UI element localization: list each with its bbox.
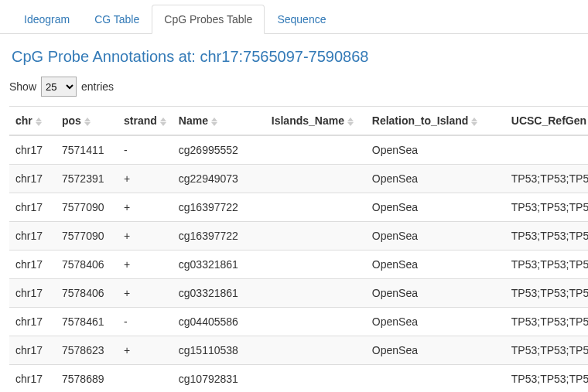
cell-pos: 7577090 (56, 193, 118, 222)
table-body: chr177571411-cg26995552OpenSeachr1775723… (9, 135, 588, 392)
cell-name: cg16397722 (173, 222, 265, 251)
cell-strand: + (118, 251, 173, 279)
col-header-pos[interactable]: pos (56, 107, 118, 136)
cell-islands (265, 365, 366, 393)
cell-relation: OpenSea (366, 165, 505, 193)
entries-label: entries (81, 80, 114, 93)
sort-icon (211, 118, 217, 126)
cell-relation: OpenSea (366, 279, 505, 308)
col-label: UCSC_RefGen (511, 114, 586, 127)
col-header-chr[interactable]: chr (9, 107, 56, 136)
cell-refgen: TP53;TP53;TP53; (505, 308, 588, 336)
tabs: IdeogramCG TableCpG Probes TableSequence (0, 0, 588, 34)
cell-strand: + (118, 193, 173, 222)
sort-icon (347, 118, 354, 126)
cell-strand (118, 365, 173, 393)
cell-name: cg22949073 (173, 165, 265, 193)
cell-chr: chr17 (9, 135, 56, 165)
tab-cpg-probes-table[interactable]: CpG Probes Table (152, 5, 265, 34)
cell-refgen: TP53;TP53;TP53; (505, 279, 588, 308)
cell-refgen: TP53;TP53;TP53; (505, 165, 588, 193)
cell-pos: 7578689 (56, 365, 118, 393)
col-label: pos (62, 114, 81, 127)
cell-chr: chr17 (9, 193, 56, 222)
cell-islands (265, 308, 366, 336)
length-control: Show 25 entries (0, 73, 588, 106)
table-row: chr177577090+cg16397722OpenSeaTP53;TP53;… (9, 222, 588, 251)
cell-strand: + (118, 222, 173, 251)
cell-strand: - (118, 135, 173, 165)
cell-relation: OpenSea (366, 193, 505, 222)
col-label: Name (179, 114, 208, 127)
col-header-strand[interactable]: strand (118, 107, 173, 136)
cell-islands (265, 165, 366, 193)
cell-pos: 7578406 (56, 251, 118, 279)
cell-refgen (505, 135, 588, 165)
cell-pos: 7578461 (56, 308, 118, 336)
col-label: Islands_Name (272, 114, 344, 127)
header-row: chrposstrandNameIslands_NameRelation_to_… (9, 107, 588, 136)
cell-relation: OpenSea (366, 308, 505, 336)
cell-name: cg15110538 (173, 336, 265, 365)
col-header-islands_name[interactable]: Islands_Name (265, 107, 366, 136)
table-row: chr177572391+cg22949073OpenSeaTP53;TP53;… (9, 165, 588, 193)
show-label: Show (9, 80, 36, 93)
table-row: chr177578406+cg03321861OpenSeaTP53;TP53;… (9, 279, 588, 308)
sort-icon (160, 118, 166, 126)
col-label: chr (15, 114, 32, 127)
col-header-ucsc_refgen[interactable]: UCSC_RefGen (505, 107, 588, 136)
cell-relation: OpenSea (366, 222, 505, 251)
cell-strand: + (118, 279, 173, 308)
cell-islands (265, 279, 366, 308)
cell-relation: OpenSea (366, 336, 505, 365)
cell-islands (265, 336, 366, 365)
cell-relation (366, 365, 505, 393)
cell-pos: 7578406 (56, 279, 118, 308)
cell-islands (265, 251, 366, 279)
sort-icon (36, 118, 42, 126)
cell-refgen: TP53;TP53;TP53; (505, 193, 588, 222)
table-row: chr177578406+cg03321861OpenSeaTP53;TP53;… (9, 251, 588, 279)
cell-strand: + (118, 165, 173, 193)
cell-relation: OpenSea (366, 135, 505, 165)
col-label: Relation_to_Island (372, 114, 468, 127)
cell-strand: - (118, 308, 173, 336)
cell-refgen: TP53;TP53;TP53; (505, 365, 588, 393)
cell-pos: 7577090 (56, 222, 118, 251)
cell-chr: chr17 (9, 336, 56, 365)
table-row: chr177578623+cg15110538OpenSeaTP53;TP53;… (9, 336, 588, 365)
cell-name: cg10792831 (173, 365, 265, 393)
sort-icon (84, 118, 91, 126)
cell-name: cg04405586 (173, 308, 265, 336)
col-label: strand (124, 114, 157, 127)
table-row: chr177578461-cg04405586OpenSeaTP53;TP53;… (9, 308, 588, 336)
cell-strand: + (118, 336, 173, 365)
cell-islands (265, 135, 366, 165)
cell-relation: OpenSea (366, 251, 505, 279)
col-header-relation_to_island[interactable]: Relation_to_Island (366, 107, 505, 136)
table-row: chr177577090+cg16397722OpenSeaTP53;TP53;… (9, 193, 588, 222)
cell-refgen: TP53;TP53;TP53; (505, 251, 588, 279)
cell-chr: chr17 (9, 308, 56, 336)
cell-chr: chr17 (9, 365, 56, 393)
tab-ideogram[interactable]: Ideogram (12, 5, 82, 34)
table-wrap: chrposstrandNameIslands_NameRelation_to_… (0, 106, 588, 392)
page-title: CpG Probe Annotations at: chr17:7565097-… (0, 34, 588, 73)
sort-icon (471, 118, 477, 126)
cell-chr: chr17 (9, 279, 56, 308)
cell-refgen: TP53;TP53;TP53; (505, 336, 588, 365)
tab-sequence[interactable]: Sequence (265, 5, 338, 34)
tab-cg-table[interactable]: CG Table (82, 5, 152, 34)
cell-pos: 7571411 (56, 135, 118, 165)
cell-name: cg03321861 (173, 279, 265, 308)
table-row: chr177578689cg10792831TP53;TP53;TP53; (9, 365, 588, 393)
entries-select[interactable]: 25 (41, 77, 77, 97)
cell-islands (265, 193, 366, 222)
cell-refgen: TP53;TP53;TP53; (505, 222, 588, 251)
cell-name: cg26995552 (173, 135, 265, 165)
cell-chr: chr17 (9, 251, 56, 279)
col-header-name[interactable]: Name (173, 107, 265, 136)
cell-pos: 7572391 (56, 165, 118, 193)
table-row: chr177571411-cg26995552OpenSea (9, 135, 588, 165)
cell-pos: 7578623 (56, 336, 118, 365)
